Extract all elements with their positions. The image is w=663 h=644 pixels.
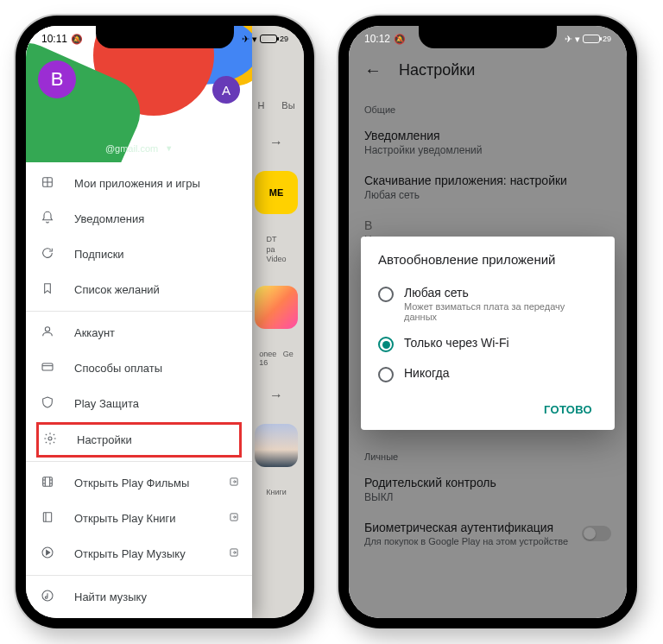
wifi-icon: ▾ [252,34,257,45]
status-time: 10:12 [364,33,390,45]
gear-icon [42,432,58,448]
account-email: @gmail.com [105,143,158,154]
menu-open-books[interactable]: Открыть Play Книги [26,501,252,536]
film-icon [40,475,55,491]
app-tile[interactable] [255,286,298,329]
phone-right-dialog: 10:12 🔕 ✈ ▾ 29 ← Настройки Общие Уведомл… [338,16,637,628]
svg-point-6 [48,437,52,440]
airplane-icon: ✈ [565,34,572,45]
chevron-down-icon: ▼ [165,144,173,153]
svg-marker-19 [47,550,50,554]
menu-account[interactable]: Аккаунт [26,315,252,350]
grid-icon [40,175,55,192]
avatar-secondary[interactable]: A [212,76,240,104]
battery-pct: 29 [603,35,611,43]
radio-label: Любая сеть [404,286,597,300]
status-time: 10:11 [41,33,67,45]
bottom-tab-books[interactable]: Книги [266,488,287,496]
card-icon [40,360,55,376]
dialog-title: Автообновление приложений [378,252,597,267]
svg-rect-15 [43,513,51,522]
menu-find-music[interactable]: Найти музыку [26,579,252,615]
wifi-icon: ▾ [575,34,580,45]
external-icon [228,511,240,526]
menu-promo[interactable]: Активировать промокод [26,615,252,618]
external-icon [228,546,240,561]
bell-icon [40,211,55,227]
done-button[interactable]: ГОТОВО [539,396,597,423]
nav-drawer: B A @gmail.com ▼ Мои приложения и игры У… [26,26,252,618]
ocr-wrap-0: Любая сеть Может взиматься плата за пере… [378,279,597,329]
menu-notifications[interactable]: Уведомления [26,201,252,237]
account-selector[interactable]: @gmail.com ▼ [26,143,252,154]
app-tile[interactable]: ME [255,171,298,214]
menu-my-apps[interactable]: Мои приложения и игры [26,166,252,201]
arrow-icon: → [269,135,283,150]
radio-selected-icon [378,337,394,352]
radio-sublabel: Может взиматься плата за передачу данных [404,301,597,322]
menu-play-protect[interactable]: Play Защита [26,386,252,421]
avatar-primary[interactable]: B [38,60,76,98]
shield-icon [40,395,55,412]
drawer-menu: Мои приложения и игры Уведомления Подпис… [26,162,252,618]
menu-open-music[interactable]: Открыть Play Музыку [26,536,252,571]
refresh-icon [40,246,55,262]
menu-open-movies[interactable]: Открыть Play Фильмы [26,465,252,501]
svg-point-22 [45,597,47,599]
radio-label: Только через Wi-Fi [404,336,509,350]
menu-subscriptions[interactable]: Подписки [26,237,252,272]
notch [96,26,234,48]
notification-icon: 🔕 [394,34,406,45]
bookmark-icon [40,281,55,298]
arrow-icon: → [269,388,283,403]
app-tile[interactable] [255,424,298,467]
bg-tab: Вы [278,97,298,114]
radio-icon [378,367,394,382]
battery-icon [583,35,600,43]
notification-icon: 🔕 [71,34,83,45]
phone-left-drawer: 10:11 🔕 ✈ ▾ 29 Н Вы → ME DT pa [16,16,314,628]
svg-point-3 [45,327,49,331]
airplane-icon: ✈ [242,34,249,45]
dialog-auto-update: Автообновление приложений Любая сеть Мож… [361,237,615,430]
radio-label: Никогда [404,366,449,380]
music-icon [40,546,55,562]
book-icon [40,510,55,527]
status-bar: 10:12 🔕 ✈ ▾ 29 [349,26,627,52]
svg-rect-7 [43,477,53,487]
note-icon [40,589,55,605]
radio-wifi-only[interactable]: Только через Wi-Fi [378,329,597,359]
battery-pct: 29 [280,35,288,43]
external-icon [228,476,240,490]
radio-any-network-icon[interactable] [378,287,394,302]
menu-settings[interactable]: Настройки [36,422,242,458]
user-icon [40,325,55,341]
svg-rect-4 [42,363,53,370]
menu-payment[interactable]: Способы оплаты [26,350,252,386]
menu-wishlist[interactable]: Список желаний [26,272,252,307]
battery-icon [260,35,277,43]
bg-tab: Н [254,97,268,114]
radio-never[interactable]: Никогда [378,359,597,389]
